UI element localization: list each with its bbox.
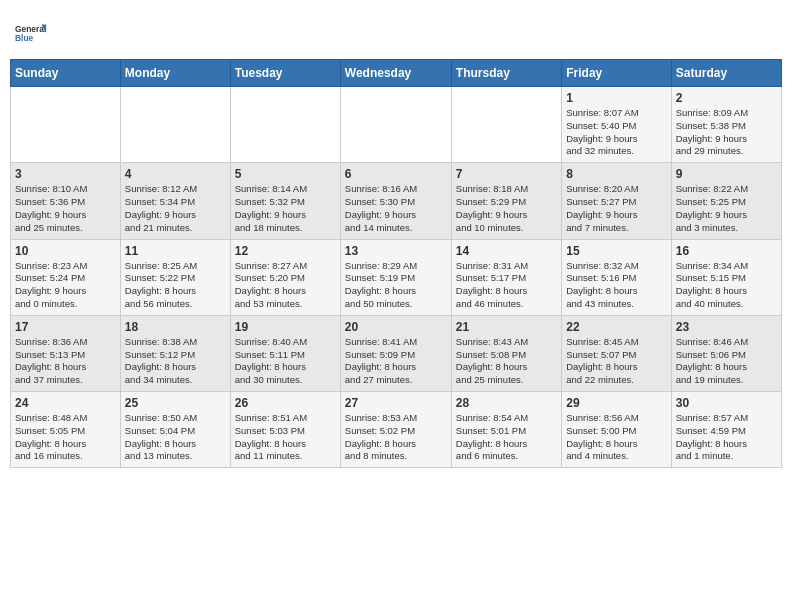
day-number: 8 [566, 167, 666, 181]
day-info: Sunrise: 8:54 AM Sunset: 5:01 PM Dayligh… [456, 412, 557, 463]
calendar-cell: 7Sunrise: 8:18 AM Sunset: 5:29 PM Daylig… [451, 163, 561, 239]
day-info: Sunrise: 8:40 AM Sunset: 5:11 PM Dayligh… [235, 336, 336, 387]
day-number: 14 [456, 244, 557, 258]
calendar-cell: 18Sunrise: 8:38 AM Sunset: 5:12 PM Dayli… [120, 315, 230, 391]
day-info: Sunrise: 8:38 AM Sunset: 5:12 PM Dayligh… [125, 336, 226, 387]
svg-text:General: General [15, 24, 46, 34]
weekday-header-tuesday: Tuesday [230, 60, 340, 87]
day-info: Sunrise: 8:14 AM Sunset: 5:32 PM Dayligh… [235, 183, 336, 234]
day-number: 2 [676, 91, 777, 105]
calendar-cell: 9Sunrise: 8:22 AM Sunset: 5:25 PM Daylig… [671, 163, 781, 239]
calendar-cell: 28Sunrise: 8:54 AM Sunset: 5:01 PM Dayli… [451, 392, 561, 468]
day-info: Sunrise: 8:29 AM Sunset: 5:19 PM Dayligh… [345, 260, 447, 311]
day-info: Sunrise: 8:23 AM Sunset: 5:24 PM Dayligh… [15, 260, 116, 311]
day-number: 17 [15, 320, 116, 334]
day-number: 27 [345, 396, 447, 410]
weekday-header-wednesday: Wednesday [340, 60, 451, 87]
day-number: 28 [456, 396, 557, 410]
calendar-cell: 23Sunrise: 8:46 AM Sunset: 5:06 PM Dayli… [671, 315, 781, 391]
calendar-cell: 6Sunrise: 8:16 AM Sunset: 5:30 PM Daylig… [340, 163, 451, 239]
calendar-cell: 10Sunrise: 8:23 AM Sunset: 5:24 PM Dayli… [11, 239, 121, 315]
calendar-cell [340, 87, 451, 163]
day-number: 26 [235, 396, 336, 410]
day-info: Sunrise: 8:09 AM Sunset: 5:38 PM Dayligh… [676, 107, 777, 158]
day-info: Sunrise: 8:20 AM Sunset: 5:27 PM Dayligh… [566, 183, 666, 234]
calendar-cell: 22Sunrise: 8:45 AM Sunset: 5:07 PM Dayli… [562, 315, 671, 391]
calendar-cell: 4Sunrise: 8:12 AM Sunset: 5:34 PM Daylig… [120, 163, 230, 239]
calendar-cell: 13Sunrise: 8:29 AM Sunset: 5:19 PM Dayli… [340, 239, 451, 315]
day-number: 21 [456, 320, 557, 334]
day-info: Sunrise: 8:27 AM Sunset: 5:20 PM Dayligh… [235, 260, 336, 311]
calendar-cell: 3Sunrise: 8:10 AM Sunset: 5:36 PM Daylig… [11, 163, 121, 239]
day-info: Sunrise: 8:51 AM Sunset: 5:03 PM Dayligh… [235, 412, 336, 463]
day-info: Sunrise: 8:46 AM Sunset: 5:06 PM Dayligh… [676, 336, 777, 387]
day-info: Sunrise: 8:43 AM Sunset: 5:08 PM Dayligh… [456, 336, 557, 387]
day-number: 5 [235, 167, 336, 181]
day-number: 19 [235, 320, 336, 334]
day-number: 16 [676, 244, 777, 258]
calendar-cell: 29Sunrise: 8:56 AM Sunset: 5:00 PM Dayli… [562, 392, 671, 468]
logo-icon: GeneralBlue [15, 15, 51, 51]
day-number: 22 [566, 320, 666, 334]
calendar-cell: 26Sunrise: 8:51 AM Sunset: 5:03 PM Dayli… [230, 392, 340, 468]
day-number: 29 [566, 396, 666, 410]
logo: GeneralBlue [15, 15, 51, 51]
weekday-header-friday: Friday [562, 60, 671, 87]
day-number: 18 [125, 320, 226, 334]
calendar-cell: 20Sunrise: 8:41 AM Sunset: 5:09 PM Dayli… [340, 315, 451, 391]
weekday-header-saturday: Saturday [671, 60, 781, 87]
svg-text:Blue: Blue [15, 33, 34, 43]
day-number: 11 [125, 244, 226, 258]
calendar-cell: 24Sunrise: 8:48 AM Sunset: 5:05 PM Dayli… [11, 392, 121, 468]
day-number: 9 [676, 167, 777, 181]
day-number: 7 [456, 167, 557, 181]
day-number: 30 [676, 396, 777, 410]
day-info: Sunrise: 8:34 AM Sunset: 5:15 PM Dayligh… [676, 260, 777, 311]
day-number: 23 [676, 320, 777, 334]
calendar-cell: 30Sunrise: 8:57 AM Sunset: 4:59 PM Dayli… [671, 392, 781, 468]
day-info: Sunrise: 8:32 AM Sunset: 5:16 PM Dayligh… [566, 260, 666, 311]
day-number: 3 [15, 167, 116, 181]
day-info: Sunrise: 8:48 AM Sunset: 5:05 PM Dayligh… [15, 412, 116, 463]
day-info: Sunrise: 8:16 AM Sunset: 5:30 PM Dayligh… [345, 183, 447, 234]
day-number: 4 [125, 167, 226, 181]
day-info: Sunrise: 8:07 AM Sunset: 5:40 PM Dayligh… [566, 107, 666, 158]
weekday-header-thursday: Thursday [451, 60, 561, 87]
calendar-cell: 19Sunrise: 8:40 AM Sunset: 5:11 PM Dayli… [230, 315, 340, 391]
day-info: Sunrise: 8:45 AM Sunset: 5:07 PM Dayligh… [566, 336, 666, 387]
weekday-header-monday: Monday [120, 60, 230, 87]
calendar-cell: 17Sunrise: 8:36 AM Sunset: 5:13 PM Dayli… [11, 315, 121, 391]
calendar-cell: 14Sunrise: 8:31 AM Sunset: 5:17 PM Dayli… [451, 239, 561, 315]
day-number: 20 [345, 320, 447, 334]
day-info: Sunrise: 8:57 AM Sunset: 4:59 PM Dayligh… [676, 412, 777, 463]
day-number: 6 [345, 167, 447, 181]
day-number: 10 [15, 244, 116, 258]
calendar-cell: 8Sunrise: 8:20 AM Sunset: 5:27 PM Daylig… [562, 163, 671, 239]
calendar-cell [120, 87, 230, 163]
day-info: Sunrise: 8:50 AM Sunset: 5:04 PM Dayligh… [125, 412, 226, 463]
day-number: 24 [15, 396, 116, 410]
weekday-header-sunday: Sunday [11, 60, 121, 87]
day-number: 12 [235, 244, 336, 258]
calendar-cell: 15Sunrise: 8:32 AM Sunset: 5:16 PM Dayli… [562, 239, 671, 315]
calendar-cell: 2Sunrise: 8:09 AM Sunset: 5:38 PM Daylig… [671, 87, 781, 163]
day-number: 15 [566, 244, 666, 258]
day-number: 13 [345, 244, 447, 258]
calendar-cell: 25Sunrise: 8:50 AM Sunset: 5:04 PM Dayli… [120, 392, 230, 468]
calendar-cell: 11Sunrise: 8:25 AM Sunset: 5:22 PM Dayli… [120, 239, 230, 315]
day-number: 1 [566, 91, 666, 105]
day-info: Sunrise: 8:25 AM Sunset: 5:22 PM Dayligh… [125, 260, 226, 311]
day-info: Sunrise: 8:12 AM Sunset: 5:34 PM Dayligh… [125, 183, 226, 234]
day-info: Sunrise: 8:36 AM Sunset: 5:13 PM Dayligh… [15, 336, 116, 387]
day-number: 25 [125, 396, 226, 410]
day-info: Sunrise: 8:31 AM Sunset: 5:17 PM Dayligh… [456, 260, 557, 311]
calendar-cell [230, 87, 340, 163]
calendar-cell [451, 87, 561, 163]
day-info: Sunrise: 8:18 AM Sunset: 5:29 PM Dayligh… [456, 183, 557, 234]
calendar-cell: 16Sunrise: 8:34 AM Sunset: 5:15 PM Dayli… [671, 239, 781, 315]
day-info: Sunrise: 8:53 AM Sunset: 5:02 PM Dayligh… [345, 412, 447, 463]
day-info: Sunrise: 8:22 AM Sunset: 5:25 PM Dayligh… [676, 183, 777, 234]
day-info: Sunrise: 8:41 AM Sunset: 5:09 PM Dayligh… [345, 336, 447, 387]
calendar-cell: 1Sunrise: 8:07 AM Sunset: 5:40 PM Daylig… [562, 87, 671, 163]
calendar-table: SundayMondayTuesdayWednesdayThursdayFrid… [10, 59, 782, 468]
